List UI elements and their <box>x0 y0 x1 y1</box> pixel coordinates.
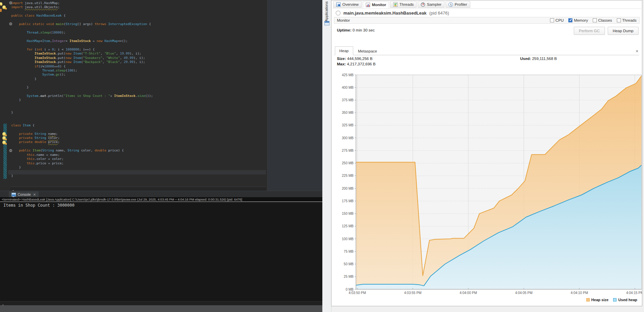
console-output: Items in Shop Count : 3000000 <box>3 203 75 208</box>
tab-heap[interactable]: Heap <box>335 46 353 55</box>
x-axis-label: 4:04:00 PM <box>460 291 477 295</box>
editor-side-panel <box>267 0 323 191</box>
code-line: public class HashBasedLeak { <box>11 14 153 18</box>
chart-legend: Heap sizeUsed heap <box>586 298 637 302</box>
monitor-section-label: Monitor <box>337 18 350 22</box>
fold-icon[interactable] <box>9 1 12 4</box>
sampler-icon <box>421 2 425 7</box>
code-line: public static void main(String[] args) t… <box>11 22 153 26</box>
metric-checkboxes: CPUMemoryClassesThreads <box>550 18 637 22</box>
checkbox-checked-icon[interactable] <box>568 18 572 22</box>
code-line: private double price; <box>11 140 153 144</box>
heap-stats: Size: 444,596,256 B Max: 4,217,372,696 B… <box>337 57 639 69</box>
fold-icon[interactable] <box>9 149 12 152</box>
y-axis-label: 75 MB <box>344 250 354 253</box>
legend-item-heap-size: Heap size <box>586 298 609 302</box>
code-line: import java.util.Objects; <box>11 5 153 9</box>
uptime-value: 0 min 30 sec <box>352 28 375 32</box>
heap-usage-chart[interactable]: 0 MB25 MB50 MB75 MB100 MB125 MB150 MB175… <box>334 69 642 298</box>
process-status-icon <box>336 11 341 16</box>
tab-sampler[interactable]: Sampler <box>418 1 444 8</box>
x-axis-label: 4:03:50 PM <box>348 291 366 295</box>
code-line: this.color = color; <box>11 157 153 161</box>
code-line <box>11 81 153 85</box>
console-tab-label: Console <box>18 192 31 196</box>
y-axis-label: 100 MB <box>342 237 354 241</box>
warning-bulb-icon <box>2 5 6 9</box>
tab-profiler[interactable]: Profiler <box>446 1 470 8</box>
checkbox-threads[interactable]: Threads <box>617 18 637 22</box>
y-axis-label: 300 MB <box>342 136 354 140</box>
code-line <box>11 26 153 30</box>
eclipse-ide: import java.util.HashMap;import java.uti… <box>0 0 322 312</box>
code-line: public Item(String name, String color, d… <box>11 148 153 152</box>
tab-monitor[interactable]: Monitor <box>363 1 389 8</box>
y-axis-label: 350 MB <box>342 111 354 115</box>
code-line <box>11 170 153 174</box>
monitor-panel: Overview Monitor Threads Sampler Profile… <box>331 0 642 306</box>
x-axis-label: 4:04:10 PM <box>571 291 588 295</box>
y-axis-label: 225 MB <box>342 174 354 178</box>
code-line: } <box>11 165 153 169</box>
x-axis-label: 4:03:55 PM <box>404 291 421 295</box>
heap-used-stat: Used: 259,111,568 B <box>520 57 557 61</box>
code-line <box>11 144 153 148</box>
profiler-icon <box>449 2 453 7</box>
y-axis-label: 325 MB <box>342 123 354 127</box>
code-line <box>11 102 153 106</box>
code-line: System.gc(); <box>11 72 153 77</box>
monitor-icon <box>366 3 370 7</box>
tab-metaspace[interactable]: Metaspace <box>354 47 381 55</box>
close-icon[interactable]: ✕ <box>33 193 36 196</box>
tab-threads[interactable]: Threads <box>390 1 417 8</box>
code-line: private String name; <box>11 132 153 136</box>
process-pid: (pid 6476) <box>429 11 449 16</box>
code-line: } <box>11 77 153 81</box>
legend-item-used-heap: Used heap <box>613 298 637 302</box>
checkbox-label: Threads <box>622 18 637 22</box>
memory-subtabs: Heap Metaspace ✕ <box>334 46 639 55</box>
y-axis-label: 0 MB <box>346 288 354 291</box>
y-axis-label: 150 MB <box>342 212 354 215</box>
threads-icon <box>393 2 398 7</box>
code-line: for (int i = 0; i < 1000000; i++) { <box>11 47 153 51</box>
y-axis-label: 50 MB <box>344 262 354 266</box>
visualvm-tabbar: Overview Monitor Threads Sampler Profile… <box>332 1 641 9</box>
code-line: } <box>11 98 153 102</box>
code-line: this.price = price; <box>11 161 153 165</box>
y-axis-label: 425 MB <box>342 73 354 77</box>
checkbox-memory[interactable]: Memory <box>568 18 588 22</box>
y-axis-label: 200 MB <box>342 187 354 190</box>
checkbox-unchecked-icon[interactable] <box>550 18 554 22</box>
code-line <box>11 35 153 39</box>
checkbox-classes[interactable]: Classes <box>593 18 612 22</box>
close-icon[interactable]: ✕ <box>636 49 639 54</box>
code-line: Thread.sleep(10000); <box>11 30 153 35</box>
window-bottom-strip <box>0 305 322 312</box>
heap-max-stat: Max: 4,217,372,696 B <box>337 62 376 66</box>
code-line <box>11 106 153 110</box>
heap-dump-button[interactable]: Heap Dump <box>608 27 639 35</box>
code-line: System.out.println("Items in Shop Count … <box>11 94 153 98</box>
code-line: this.name = name; <box>11 153 153 157</box>
checkbox-cpu[interactable]: CPU <box>550 18 564 22</box>
perform-gc-button[interactable]: Perform GC <box>574 27 605 35</box>
console-status-line: <terminated> HashBasedLeak [Java Applica… <box>0 197 322 202</box>
code-line <box>11 9 153 14</box>
code-line <box>11 18 153 22</box>
applications-sidebar-tab[interactable]: Applications <box>322 0 332 312</box>
legend-swatch <box>586 298 590 301</box>
checkbox-label: Classes <box>598 18 612 22</box>
code-editor[interactable]: import java.util.HashMap;import java.uti… <box>0 0 322 191</box>
legend-swatch <box>613 298 617 301</box>
heap-size-stat: Size: 444,596,256 B <box>337 57 373 61</box>
tab-overview[interactable]: Overview <box>333 1 362 8</box>
checkbox-unchecked-icon[interactable] <box>617 18 621 22</box>
code-line: ItemInStock.put(new Item("Sneakers", "Wh… <box>11 56 153 60</box>
applications-icon <box>324 21 329 25</box>
y-axis-label: 375 MB <box>342 98 354 102</box>
code-line: import java.util.HashMap; <box>11 1 153 5</box>
code-line: private String color; <box>11 136 153 140</box>
checkbox-unchecked-icon[interactable] <box>593 18 597 22</box>
action-buttons: Perform GC Heap Dump <box>574 27 639 35</box>
